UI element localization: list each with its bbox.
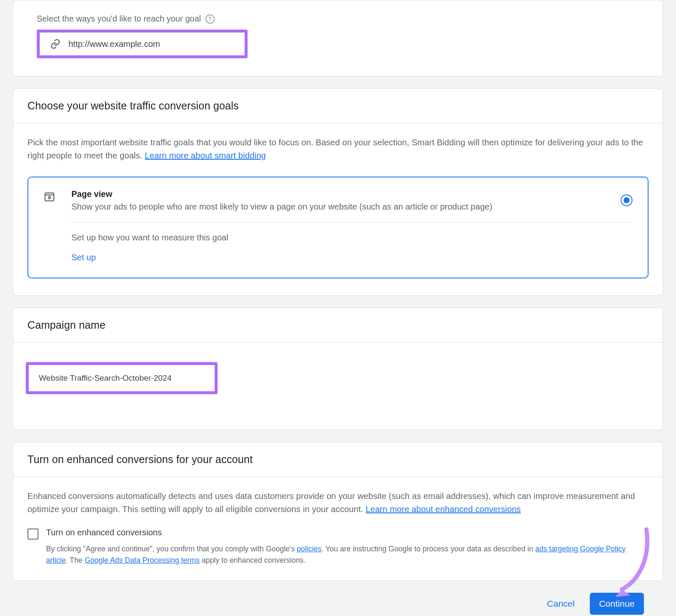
goal-option-page-view[interactable]: Page view Show your ads to people who ar… xyxy=(27,177,649,278)
website-url-field[interactable]: http://www.example.com xyxy=(40,33,245,55)
campaign-name-highlight xyxy=(26,362,218,394)
data-processing-terms-link[interactable]: Google Ads Data Processing terms xyxy=(84,556,199,564)
smart-bidding-link[interactable]: Learn more about smart bidding xyxy=(145,151,266,160)
website-url-highlight: http://www.example.com xyxy=(37,30,248,58)
goal-divider xyxy=(71,222,632,223)
goal-radio[interactable] xyxy=(621,194,632,206)
footer-actions: Cancel Continue xyxy=(13,581,663,616)
conversion-goals-card: Choose your website traffic conversion g… xyxy=(13,88,663,296)
cancel-button[interactable]: Cancel xyxy=(544,594,578,613)
help-icon[interactable]: ? xyxy=(205,14,215,24)
continue-button[interactable]: Continue xyxy=(590,593,644,615)
goal-option-desc: Show your ads to people who are most lik… xyxy=(71,201,632,213)
goal-setup-link[interactable]: Set up xyxy=(71,253,96,262)
campaign-name-card: Campaign name xyxy=(13,308,663,430)
reach-goal-card: Select the ways you'd like to reach your… xyxy=(13,0,663,76)
goal-radio-dot xyxy=(624,197,630,203)
enhanced-conversions-intro: Enhanced conversions automatically detec… xyxy=(27,490,649,516)
svg-point-2 xyxy=(48,196,50,199)
policies-link[interactable]: policies xyxy=(297,545,322,553)
goal-setup-hint: Set up how you want to measure this goal xyxy=(71,233,632,243)
campaign-name-input[interactable] xyxy=(29,365,215,391)
enhanced-conversions-title: Turn on enhanced conversions for your ac… xyxy=(27,453,649,466)
page-view-icon xyxy=(44,191,57,262)
reach-goal-label: Select the ways you'd like to reach your… xyxy=(37,14,201,24)
conversion-goals-intro: Pick the most important website traffic … xyxy=(27,136,649,162)
enhanced-conversions-legal: By clicking "Agree and continue", you co… xyxy=(46,543,649,566)
enhanced-conversions-card: Turn on enhanced conversions for your ac… xyxy=(13,442,663,581)
conversion-goals-title: Choose your website traffic conversion g… xyxy=(27,100,649,112)
link-icon xyxy=(50,38,61,49)
enhanced-conversions-checkbox[interactable] xyxy=(27,529,38,540)
campaign-name-title: Campaign name xyxy=(27,319,649,331)
goal-option-title: Page view xyxy=(71,189,632,199)
website-url-value: http://www.example.com xyxy=(68,39,160,49)
enhanced-conversions-learn-link[interactable]: Learn more about enhanced conversions xyxy=(365,504,521,514)
enhanced-conversions-checkbox-label: Turn on enhanced conversions xyxy=(46,528,649,537)
